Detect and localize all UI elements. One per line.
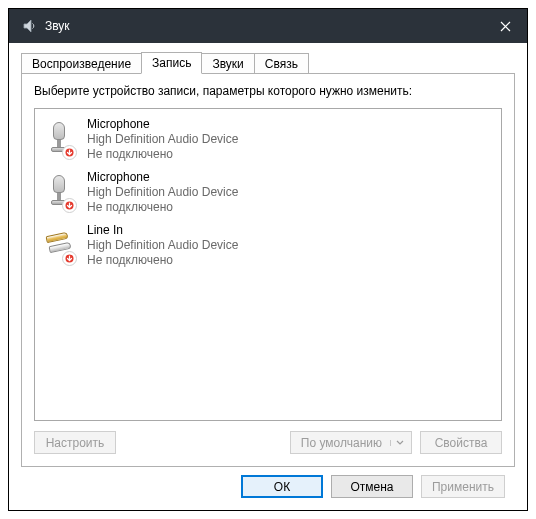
close-icon [500,21,511,32]
chevron-down-icon [390,440,409,446]
set-default-button[interactable]: По умолчанию [290,431,412,454]
unplugged-badge-icon [62,251,77,266]
device-list[interactable]: Microphone High Definition Audio Device … [34,108,502,421]
apply-button[interactable]: Применить [421,475,505,498]
properties-button[interactable]: Свойства [420,431,502,454]
sound-dialog-window: Звук Воспроизведение Запись Звуки Связь … [8,8,528,511]
configure-button[interactable]: Настроить [34,431,116,454]
recording-panel: Выберите устройство записи, параметры ко… [21,73,515,467]
tab-playback[interactable]: Воспроизведение [21,53,142,73]
microphone-icon [43,120,77,160]
device-name: Microphone [87,117,238,132]
cancel-button[interactable]: Отмена [331,475,413,498]
line-in-icon [43,226,77,266]
list-item[interactable]: Line In High Definition Audio Device Не … [35,219,501,272]
instruction-text: Выберите устройство записи, параметры ко… [34,84,502,98]
tabstrip: Воспроизведение Запись Звуки Связь [21,51,515,73]
device-driver: High Definition Audio Device [87,238,238,253]
tab-sounds[interactable]: Звуки [201,53,254,73]
microphone-icon [43,173,77,213]
list-item[interactable]: Microphone High Definition Audio Device … [35,166,501,219]
window-title: Звук [45,19,70,33]
device-status: Не подключено [87,147,238,162]
sound-app-icon [21,18,37,34]
device-name: Line In [87,223,238,238]
ok-button[interactable]: ОК [241,475,323,498]
unplugged-badge-icon [62,198,77,213]
device-driver: High Definition Audio Device [87,132,238,147]
titlebar[interactable]: Звук [9,9,527,43]
svg-marker-0 [24,20,31,32]
panel-button-row: Настроить По умолчанию Свойства [34,431,502,454]
tab-communications[interactable]: Связь [254,53,309,73]
device-status: Не подключено [87,253,238,268]
unplugged-badge-icon [62,145,77,160]
close-button[interactable] [483,9,527,43]
tab-recording[interactable]: Запись [141,52,202,74]
list-item[interactable]: Microphone High Definition Audio Device … [35,113,501,166]
dialog-button-row: ОК Отмена Применить [21,467,515,500]
device-status: Не подключено [87,200,238,215]
device-name: Microphone [87,170,238,185]
device-driver: High Definition Audio Device [87,185,238,200]
client-area: Воспроизведение Запись Звуки Связь Выбер… [9,43,527,510]
